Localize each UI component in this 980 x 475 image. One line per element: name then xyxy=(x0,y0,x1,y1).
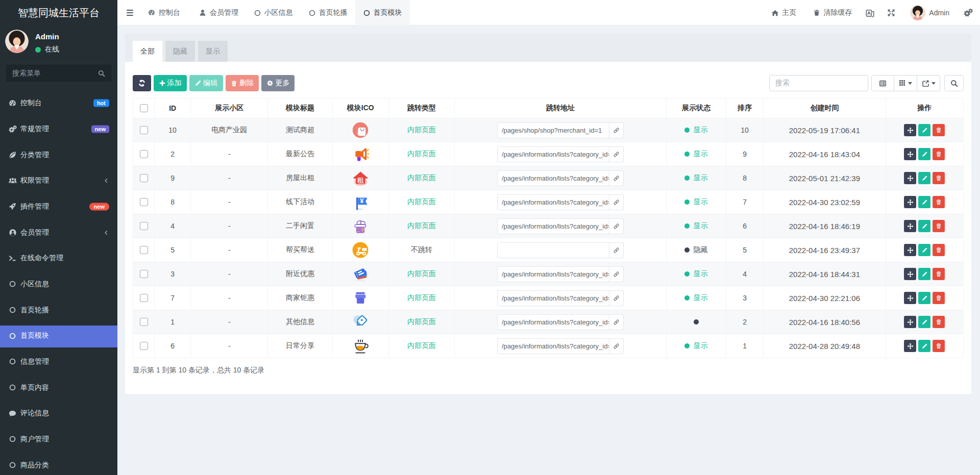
svg-text:¥: ¥ xyxy=(360,197,364,205)
svg-text:租: 租 xyxy=(357,177,364,184)
svg-text:二手: 二手 xyxy=(356,228,365,233)
